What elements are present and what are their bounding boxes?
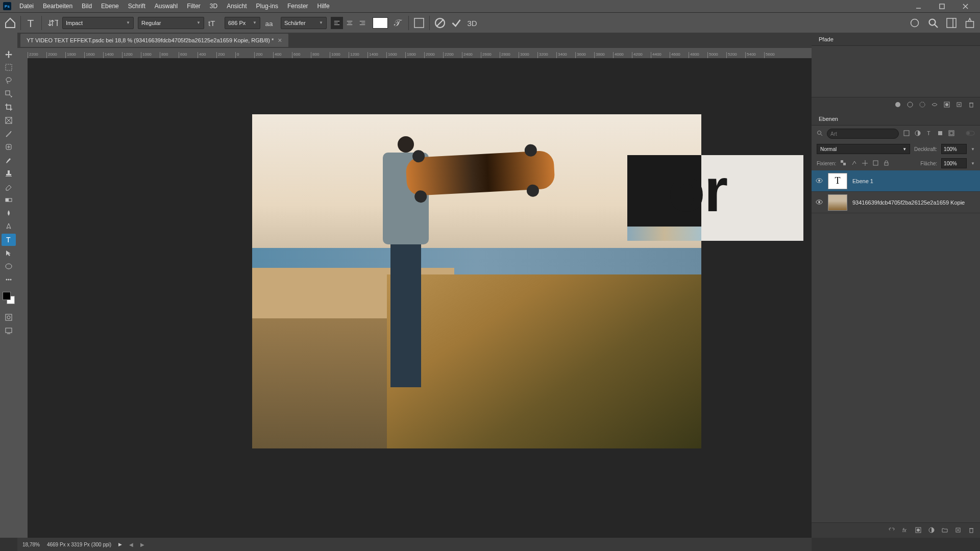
color-swatches[interactable]: [3, 292, 15, 304]
layer-mask-icon[interactable]: [915, 527, 922, 535]
info-caret-icon[interactable]: ▶: [118, 542, 122, 547]
selection-tool[interactable]: [2, 88, 16, 100]
layer-row[interactable]: 93416639fdcb4705f2ba26125e2a1659 Kopie: [812, 192, 980, 213]
close-tab-icon[interactable]: ×: [278, 36, 282, 44]
menu-3d[interactable]: 3D: [206, 3, 222, 10]
visibility-icon[interactable]: [816, 198, 823, 207]
menu-fenster[interactable]: Fenster: [283, 3, 312, 10]
ruler-horizontal[interactable]: 2200200018001600140012001000800600400200…: [17, 48, 812, 58]
nav-next-icon[interactable]: ▶: [140, 542, 144, 547]
link-layers-icon[interactable]: [888, 527, 895, 535]
filter-type-icon[interactable]: T: [925, 130, 933, 138]
commit-icon[interactable]: [450, 17, 462, 29]
text-color-swatch[interactable]: [373, 17, 388, 29]
gradient-tool[interactable]: [2, 194, 16, 206]
close-button[interactable]: [953, 0, 977, 12]
menu-ebene[interactable]: Ebene: [97, 3, 123, 10]
chevron-down-icon[interactable]: ▼: [971, 147, 975, 152]
layer-style-icon[interactable]: fx: [901, 527, 909, 535]
marquee-tool[interactable]: [2, 61, 16, 73]
cloud-icon[interactable]: [909, 17, 921, 29]
move-tool[interactable]: [2, 48, 16, 60]
more-tool[interactable]: [2, 273, 16, 286]
search-icon[interactable]: [927, 17, 939, 29]
align-left-button[interactable]: [331, 17, 343, 29]
workspace-icon[interactable]: [945, 17, 958, 29]
menu-datei[interactable]: Datei: [15, 3, 38, 10]
blur-tool[interactable]: [2, 207, 16, 219]
new-layer-icon[interactable]: [954, 527, 962, 535]
menu-schrift[interactable]: Schrift: [124, 3, 150, 10]
3d-icon[interactable]: 3D: [467, 17, 479, 29]
font-size-select[interactable]: 686 Px▼: [225, 17, 260, 29]
eyedropper-tool[interactable]: [2, 128, 16, 140]
shape-tool[interactable]: [2, 260, 16, 272]
document-tab[interactable]: YT VIDEO TEXT EFFEKT.psdc bei 18,8 % (93…: [20, 34, 288, 47]
nav-prev-icon[interactable]: ◀: [129, 542, 133, 547]
eraser-tool[interactable]: [2, 181, 16, 193]
layer-filter-input[interactable]: [827, 129, 899, 139]
heal-tool[interactable]: [2, 141, 16, 153]
add-mask-icon[interactable]: [943, 101, 950, 109]
pen-tool[interactable]: [2, 220, 16, 233]
antialias-select[interactable]: Schärfer▼: [281, 17, 327, 29]
lock-all-icon[interactable]: [883, 160, 890, 167]
fill-input[interactable]: [941, 158, 967, 168]
doc-info[interactable]: 4669 Px x 3319 Px (300 ppi): [47, 542, 111, 547]
menu-bild[interactable]: Bild: [78, 3, 96, 10]
layers-panel-tab[interactable]: Ebenen: [812, 112, 980, 126]
filter-smart-icon[interactable]: [948, 130, 955, 138]
font-style-select[interactable]: Regular▼: [138, 17, 204, 29]
home-icon[interactable]: [4, 17, 16, 29]
menu-ansicht[interactable]: Ansicht: [223, 3, 251, 10]
path-tool[interactable]: [2, 247, 16, 259]
selection-to-path-icon[interactable]: [931, 101, 938, 109]
maximize-button[interactable]: [930, 0, 953, 12]
crop-tool[interactable]: [2, 101, 16, 113]
delete-layer-icon[interactable]: [968, 527, 975, 535]
cancel-icon[interactable]: [434, 17, 446, 29]
text-orientation-icon[interactable]: ⇵T: [46, 17, 58, 29]
layer-name[interactable]: Ebene 1: [852, 178, 873, 184]
new-path-icon[interactable]: [955, 101, 963, 109]
menu-bearbeiten[interactable]: Bearbeiten: [39, 3, 77, 10]
align-right-button[interactable]: [356, 17, 369, 29]
chevron-down-icon[interactable]: ▼: [971, 161, 975, 166]
font-family-select[interactable]: Impact▼: [62, 17, 134, 29]
filter-adjust-icon[interactable]: [914, 130, 921, 138]
screenmode-tool[interactable]: [2, 324, 16, 337]
layer-name[interactable]: 93416639fdcb4705f2ba26125e2a1659 Kopie: [852, 199, 965, 206]
lock-image-icon[interactable]: [851, 160, 857, 167]
lock-artboard-icon[interactable]: [872, 160, 879, 167]
type-tool-icon[interactable]: T: [25, 17, 37, 29]
menu-auswahl[interactable]: Auswahl: [151, 3, 182, 10]
minimize-button[interactable]: [906, 0, 930, 12]
lock-position-icon[interactable]: [862, 160, 868, 167]
delete-path-icon[interactable]: [968, 101, 975, 109]
menu-filter[interactable]: Filter: [183, 3, 205, 10]
lock-transparency-icon[interactable]: [840, 160, 847, 167]
brush-tool[interactable]: [2, 154, 16, 166]
blend-mode-select[interactable]: Normal▼: [817, 144, 910, 154]
lasso-tool[interactable]: [2, 74, 16, 87]
menu-hilfe[interactable]: Hilfe: [313, 3, 334, 10]
ruler-vertical[interactable]: [17, 58, 28, 538]
paths-panel-tab[interactable]: Pfade: [812, 33, 980, 46]
filter-shape-icon[interactable]: [937, 130, 944, 138]
filter-toggle-icon[interactable]: [966, 131, 975, 137]
align-center-button[interactable]: [344, 17, 356, 29]
path-to-selection-icon[interactable]: [919, 101, 926, 109]
opacity-input[interactable]: [941, 144, 967, 154]
stamp-tool[interactable]: [2, 167, 16, 180]
stroke-path-icon[interactable]: [906, 101, 914, 109]
warp-text-icon[interactable]: 𝒯: [392, 17, 404, 29]
text-layer-bbox[interactable]: Lor: [627, 155, 803, 241]
layer-row[interactable]: T Ebene 1: [812, 170, 980, 192]
adjustment-layer-icon[interactable]: [928, 527, 935, 535]
character-panel-icon[interactable]: [413, 17, 425, 29]
layer-group-icon[interactable]: [941, 527, 948, 535]
quickmask-tool[interactable]: [2, 311, 16, 323]
fill-path-icon[interactable]: [894, 101, 901, 109]
type-tool[interactable]: T: [2, 234, 16, 246]
menu-plugins[interactable]: Plug-ins: [252, 3, 282, 10]
